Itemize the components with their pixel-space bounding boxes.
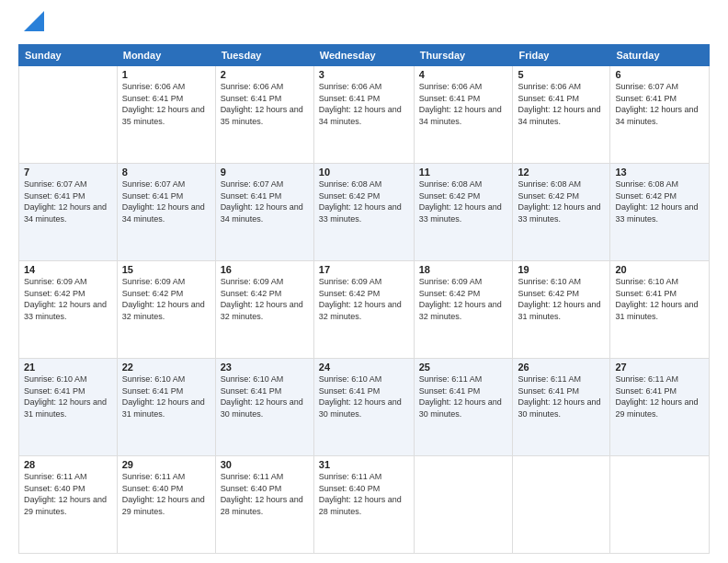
- day-info: Sunrise: 6:09 AMSunset: 6:42 PMDaylight:…: [122, 276, 210, 322]
- day-number: 18: [419, 264, 508, 275]
- day-info: Sunrise: 6:07 AMSunset: 6:41 PMDaylight:…: [615, 81, 704, 127]
- calendar-week-row: 7Sunrise: 6:07 AMSunset: 6:41 PMDaylight…: [19, 164, 710, 261]
- day-info: Sunrise: 6:08 AMSunset: 6:42 PMDaylight:…: [518, 178, 605, 224]
- day-info: Sunrise: 6:08 AMSunset: 6:42 PMDaylight:…: [319, 178, 409, 224]
- calendar-cell: 22Sunrise: 6:10 AMSunset: 6:41 PMDayligh…: [117, 359, 215, 456]
- calendar-header-row: SundayMondayTuesdayWednesdayThursdayFrid…: [19, 45, 710, 66]
- day-info: Sunrise: 6:06 AMSunset: 6:41 PMDaylight:…: [518, 81, 605, 127]
- day-number: 14: [24, 264, 112, 275]
- day-number: 27: [615, 362, 704, 373]
- calendar-week-row: 28Sunrise: 6:11 AMSunset: 6:40 PMDayligh…: [19, 456, 710, 554]
- day-number: 4: [419, 69, 508, 80]
- day-info: Sunrise: 6:11 AMSunset: 6:41 PMDaylight:…: [419, 373, 508, 419]
- calendar-week-row: 21Sunrise: 6:10 AMSunset: 6:41 PMDayligh…: [19, 359, 710, 456]
- day-info: Sunrise: 6:10 AMSunset: 6:41 PMDaylight:…: [221, 373, 309, 419]
- calendar-cell: 9Sunrise: 6:07 AMSunset: 6:41 PMDaylight…: [215, 164, 313, 261]
- day-number: 31: [319, 459, 409, 470]
- calendar-cell: 10Sunrise: 6:08 AMSunset: 6:42 PMDayligh…: [313, 164, 414, 261]
- day-info: Sunrise: 6:10 AMSunset: 6:42 PMDaylight:…: [518, 276, 605, 322]
- day-number: 24: [319, 362, 409, 373]
- day-number: 5: [518, 69, 605, 80]
- calendar-cell: 30Sunrise: 6:11 AMSunset: 6:40 PMDayligh…: [215, 456, 313, 554]
- calendar-cell: 26Sunrise: 6:11 AMSunset: 6:41 PMDayligh…: [513, 359, 610, 456]
- day-number: 12: [518, 167, 605, 178]
- day-info: Sunrise: 6:07 AMSunset: 6:41 PMDaylight:…: [24, 178, 112, 224]
- weekday-header: Monday: [117, 45, 215, 66]
- day-number: 26: [518, 362, 605, 373]
- calendar-cell: 7Sunrise: 6:07 AMSunset: 6:41 PMDaylight…: [19, 164, 118, 261]
- day-info: Sunrise: 6:11 AMSunset: 6:40 PMDaylight:…: [221, 471, 309, 517]
- weekday-header: Tuesday: [215, 45, 313, 66]
- calendar-cell: 15Sunrise: 6:09 AMSunset: 6:42 PMDayligh…: [117, 261, 215, 359]
- calendar-week-row: 1Sunrise: 6:06 AMSunset: 6:41 PMDaylight…: [19, 66, 710, 164]
- calendar-cell: [19, 66, 118, 164]
- day-info: Sunrise: 6:11 AMSunset: 6:41 PMDaylight:…: [518, 373, 605, 419]
- calendar-cell: 16Sunrise: 6:09 AMSunset: 6:42 PMDayligh…: [215, 261, 313, 359]
- calendar-cell: 31Sunrise: 6:11 AMSunset: 6:40 PMDayligh…: [313, 456, 414, 554]
- calendar-cell: 20Sunrise: 6:10 AMSunset: 6:41 PMDayligh…: [610, 261, 710, 359]
- calendar-cell: 12Sunrise: 6:08 AMSunset: 6:42 PMDayligh…: [513, 164, 610, 261]
- calendar-cell: [513, 456, 610, 554]
- day-info: Sunrise: 6:09 AMSunset: 6:42 PMDaylight:…: [419, 276, 508, 322]
- weekday-header: Thursday: [414, 45, 513, 66]
- calendar-cell: 24Sunrise: 6:10 AMSunset: 6:41 PMDayligh…: [313, 359, 414, 456]
- calendar-cell: 1Sunrise: 6:06 AMSunset: 6:41 PMDaylight…: [117, 66, 215, 164]
- day-number: 3: [319, 69, 409, 80]
- header: [18, 15, 710, 35]
- day-info: Sunrise: 6:09 AMSunset: 6:42 PMDaylight:…: [319, 276, 409, 322]
- weekday-header: Friday: [513, 45, 610, 66]
- day-number: 8: [122, 167, 210, 178]
- calendar-cell: 13Sunrise: 6:08 AMSunset: 6:42 PMDayligh…: [610, 164, 710, 261]
- calendar-cell: 19Sunrise: 6:10 AMSunset: 6:42 PMDayligh…: [513, 261, 610, 359]
- day-info: Sunrise: 6:09 AMSunset: 6:42 PMDaylight:…: [221, 276, 309, 322]
- day-info: Sunrise: 6:10 AMSunset: 6:41 PMDaylight:…: [615, 276, 704, 322]
- day-info: Sunrise: 6:06 AMSunset: 6:41 PMDaylight:…: [419, 81, 508, 127]
- day-number: 25: [419, 362, 508, 373]
- day-number: 2: [221, 69, 309, 80]
- day-info: Sunrise: 6:06 AMSunset: 6:41 PMDaylight:…: [122, 81, 210, 127]
- day-number: 19: [518, 264, 605, 275]
- calendar-cell: 2Sunrise: 6:06 AMSunset: 6:41 PMDaylight…: [215, 66, 313, 164]
- calendar-cell: 18Sunrise: 6:09 AMSunset: 6:42 PMDayligh…: [414, 261, 513, 359]
- day-number: 30: [221, 459, 309, 470]
- day-info: Sunrise: 6:07 AMSunset: 6:41 PMDaylight:…: [221, 178, 309, 224]
- calendar-cell: 3Sunrise: 6:06 AMSunset: 6:41 PMDaylight…: [313, 66, 414, 164]
- svg-marker-0: [24, 11, 44, 31]
- day-info: Sunrise: 6:11 AMSunset: 6:41 PMDaylight:…: [615, 373, 704, 419]
- calendar-cell: 14Sunrise: 6:09 AMSunset: 6:42 PMDayligh…: [19, 261, 118, 359]
- calendar-cell: 17Sunrise: 6:09 AMSunset: 6:42 PMDayligh…: [313, 261, 414, 359]
- calendar-table: SundayMondayTuesdayWednesdayThursdayFrid…: [18, 44, 710, 554]
- day-info: Sunrise: 6:11 AMSunset: 6:40 PMDaylight:…: [122, 471, 210, 517]
- day-info: Sunrise: 6:10 AMSunset: 6:41 PMDaylight:…: [24, 373, 112, 419]
- day-number: 1: [122, 69, 210, 80]
- page: SundayMondayTuesdayWednesdayThursdayFrid…: [0, 0, 728, 563]
- weekday-header: Sunday: [19, 45, 118, 66]
- day-info: Sunrise: 6:08 AMSunset: 6:42 PMDaylight:…: [615, 178, 704, 224]
- day-number: 17: [319, 264, 409, 275]
- calendar-cell: [414, 456, 513, 554]
- day-info: Sunrise: 6:11 AMSunset: 6:40 PMDaylight:…: [319, 471, 409, 517]
- day-info: Sunrise: 6:08 AMSunset: 6:42 PMDaylight:…: [419, 178, 508, 224]
- calendar-cell: 27Sunrise: 6:11 AMSunset: 6:41 PMDayligh…: [610, 359, 710, 456]
- day-number: 29: [122, 459, 210, 470]
- calendar-cell: 25Sunrise: 6:11 AMSunset: 6:41 PMDayligh…: [414, 359, 513, 456]
- calendar-cell: 23Sunrise: 6:10 AMSunset: 6:41 PMDayligh…: [215, 359, 313, 456]
- day-number: 21: [24, 362, 112, 373]
- calendar-cell: 5Sunrise: 6:06 AMSunset: 6:41 PMDaylight…: [513, 66, 610, 164]
- day-number: 9: [221, 167, 309, 178]
- day-number: 10: [319, 167, 409, 178]
- day-number: 11: [419, 167, 508, 178]
- calendar-cell: 21Sunrise: 6:10 AMSunset: 6:41 PMDayligh…: [19, 359, 118, 456]
- calendar-cell: 4Sunrise: 6:06 AMSunset: 6:41 PMDaylight…: [414, 66, 513, 164]
- logo: [18, 15, 44, 35]
- day-number: 22: [122, 362, 210, 373]
- day-info: Sunrise: 6:10 AMSunset: 6:41 PMDaylight:…: [319, 373, 409, 419]
- weekday-header: Wednesday: [313, 45, 414, 66]
- day-info: Sunrise: 6:07 AMSunset: 6:41 PMDaylight:…: [122, 178, 210, 224]
- calendar-cell: [610, 456, 710, 554]
- day-number: 20: [615, 264, 704, 275]
- calendar-week-row: 14Sunrise: 6:09 AMSunset: 6:42 PMDayligh…: [19, 261, 710, 359]
- calendar-cell: 28Sunrise: 6:11 AMSunset: 6:40 PMDayligh…: [19, 456, 118, 554]
- day-number: 23: [221, 362, 309, 373]
- day-number: 16: [221, 264, 309, 275]
